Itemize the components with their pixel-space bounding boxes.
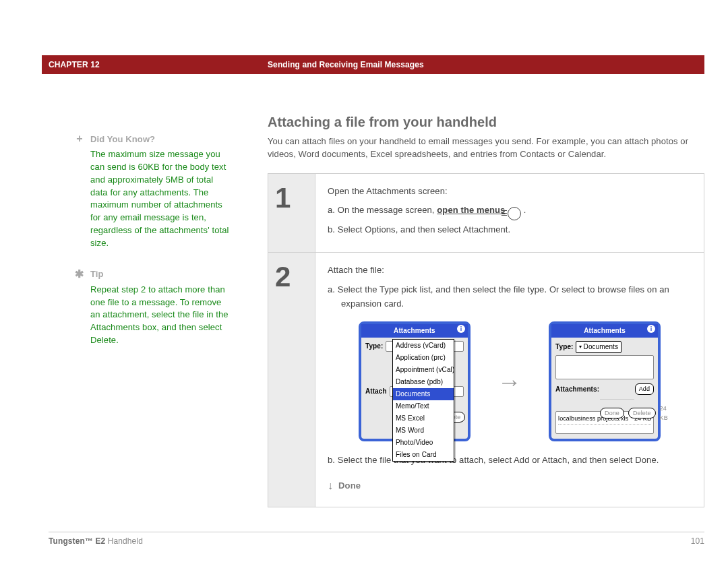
product-name: Tungsten™ E2 Handheld [49,536,143,546]
palm2-delete-button: Delete [628,408,656,418]
did-you-know-heading: Did You Know? [90,134,155,144]
palm-screen-1: Attachments i Type: Address (vC [359,321,471,441]
menu-item: Database (pdb) [393,376,454,388]
chapter-title: Sending and Receiving Email Messages [268,60,424,69]
menu-item: Application (prc) [393,352,454,364]
palm2-title: Attachments [584,327,626,334]
page-title: Attaching a file from your handheld [268,115,704,130]
type-dropdown-menu: Address (vCard) Application (prc) Appoin… [392,339,454,462]
chapter-header: CHAPTER 12 Sending and Receiving Email M… [42,55,704,74]
step-2-number: 2 [268,253,315,507]
palm1-type-label: Type: [365,341,383,352]
menu-item: MS Excel [393,412,454,425]
palm1-title: Attachments [394,327,435,334]
info-icon: i [647,325,655,333]
palm2-add-button: Add [635,383,654,394]
palm-screenshots: Attachments i Type: Address (vC [328,321,692,441]
tip-block: ✱ Tip Repeat step 2 to attach more than … [74,269,233,347]
page-footer: Tungsten™ E2 Handheld 101 [49,532,704,546]
steps-container: 1 Open the Attachments screen: a. On the… [268,173,704,507]
info-icon: i [457,325,465,333]
step-1-number: 1 [268,174,315,252]
step-1-lead: Open the Attachments screen: [328,185,692,199]
step-1b: b. Select Options, and then select Attac… [328,223,692,237]
arrow-right-icon: → [497,363,522,402]
tip-body: Repeat step 2 to attach more than one fi… [74,284,233,347]
page-number: 101 [691,536,704,546]
palm2-type-label: Type: [555,342,573,352]
step-2: 2 Attach the file: a. Select the Type pi… [268,253,704,507]
menu-item-selected: Documents [393,388,454,400]
asterisk-icon: ✱ [74,269,85,280]
chapter-label: CHAPTER 12 [49,60,100,69]
sidebar: + Did You Know? The maximum size message… [74,133,233,366]
menu-item: Memo/Text [393,400,454,412]
page-intro: You can attach files on your handheld to… [268,135,704,161]
done-label: Done [338,479,361,493]
menu-icon: ☰ [508,207,521,220]
palm2-type-pick: Documents [576,341,621,353]
menu-item: Photo/Video [393,437,454,449]
tip-heading: Tip [90,269,104,279]
step-1a: a. On the message screen, open the menus… [328,204,692,220]
palm1-attach-label: Attach [365,386,387,397]
menu-item: Appointment (vCal) [393,364,454,376]
did-you-know-block: + Did You Know? The maximum size message… [74,133,233,250]
menu-item: Address (vCard) [393,340,454,352]
done-arrow-icon: ↓ [328,477,333,495]
menu-item: Files on Card [393,449,454,461]
main-content: Attaching a file from your handheld You … [268,115,704,507]
step-2a: a. Select the Type pick list, and then s… [328,283,692,311]
did-you-know-body: The maximum size message you can send is… [74,148,233,250]
palm2-done-button: Done [600,408,624,418]
palm2-attach-label: Attachments: [555,384,599,395]
step-1: 1 Open the Attachments screen: a. On the… [268,174,704,253]
done-indicator: ↓ Done [328,477,692,495]
plus-icon: + [74,133,85,144]
step-2b: b. Select the file that you want to atta… [328,454,692,468]
step-2-lead: Attach the file: [328,263,692,278]
palm2-total-size: 24 KB [660,404,668,423]
menu-item: MS Word [393,425,454,437]
palm-screen-2: Attachments i Type: Documents At [549,321,661,441]
open-the-menus-link[interactable]: open the menus [437,205,505,215]
